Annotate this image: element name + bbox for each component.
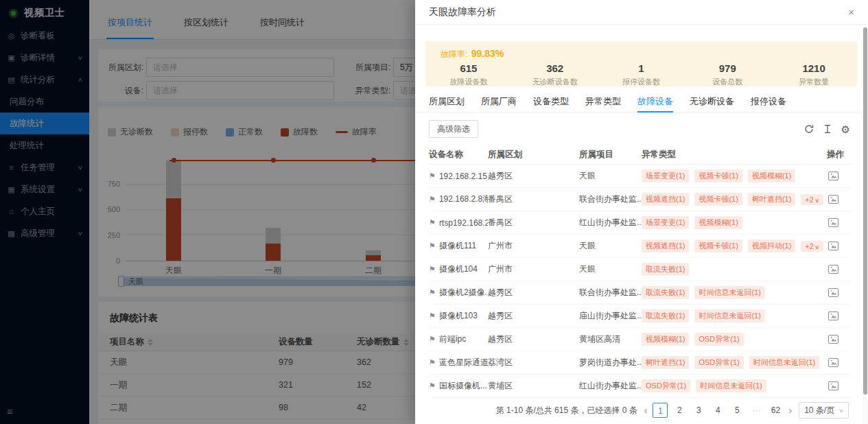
device-name-cell: ⚑摄像机103 [429,310,488,322]
device-name-cell: ⚑摄像机2摄像... [429,287,488,298]
summary-stats: 615故障设备数362无诊断设备数1报停设备数979设备总数1210异常数量 [425,62,857,87]
page-button-1[interactable]: 1 [653,403,668,418]
video-playback-icon[interactable] [828,242,838,250]
flag-icon: ⚑ [429,265,436,274]
device-row: ⚑摄像机2摄像...越秀区联合街办事处监...取流失败(1)时间信息未返回(1) [429,281,852,305]
prev-page-icon[interactable]: ‹ [643,405,649,416]
advanced-filter-button[interactable]: 高级筛选 [429,120,478,138]
device-name: 摄像机2摄像... [439,287,488,298]
page-button-5[interactable]: 5 [729,403,744,418]
device-name: 蓝色星际通道9 [439,357,488,368]
project-cell: 天眼 [579,263,642,275]
video-playback-icon[interactable] [828,195,838,204]
region-cell: 越秀区 [488,333,579,345]
chevron-down-icon: ∨ [814,198,820,204]
stat-label: 设备总数 [684,77,771,87]
page-button-62[interactable]: 62 [768,403,783,418]
scrollbar-thumb[interactable] [863,27,867,394]
stat-label: 无诊断设备数 [512,77,598,87]
error-tag: 场景变更(1) [642,216,689,229]
drawer-tab-4[interactable]: 异常类型 [585,95,621,113]
error-tag: 时间信息未返回(1) [696,379,766,392]
scrollbar[interactable] [863,25,868,424]
error-tag: 视频抖动(1) [748,239,795,252]
region-cell: 越秀区 [488,170,579,182]
device-name: rtsp192.168.2.8 [439,218,488,228]
project-cell: 天眼 [579,170,642,182]
settings-gear-icon[interactable]: ⚙ [841,124,850,134]
device-row: ⚑摄像机104广州市天眼取流失败(1) [429,258,852,281]
stat-item: 979设备总数 [684,62,771,87]
region-cell: 越秀区 [488,310,579,322]
video-playback-icon[interactable] [828,335,838,344]
fault-rate-banner: 故障率: 99.83% 615故障设备数362无诊断设备数1报停设备数979设备… [425,41,857,86]
table-toolbar: 高级筛选 ⚙ [429,119,850,139]
flag-icon: ⚑ [429,195,436,204]
error-tag: 时间信息未返回(1) [749,356,819,369]
device-row: ⚑摄像机111广州市天眼视频遮挡(1)视频卡顿(1)视频抖动(1)+2∨ [429,235,852,258]
close-icon[interactable]: × [848,7,854,17]
column-header: 异常类型 [642,149,827,161]
error-tags-cell: 视频模糊(1)OSD异常(1) [642,333,827,346]
drawer-tab-5[interactable]: 故障设备 [637,95,673,113]
error-tag: 树叶遮挡(1) [748,193,795,206]
video-playback-icon[interactable] [828,381,838,390]
more-errors-tag[interactable]: +2∨ [801,194,823,205]
video-playback-icon[interactable] [828,172,838,180]
device-name: 前端ipc [439,333,466,345]
device-name-cell: ⚑摄像机104 [429,263,488,275]
operation-cell [827,358,852,367]
fault-devices-table: 设备名称所属区划所属项目异常类型操作 ⚑192.168.2.15...越秀区天眼… [429,145,852,398]
drawer-tab-6[interactable]: 无诊断设备 [690,95,734,113]
error-tags-cell: 取流失败(1)时间信息未返回(1) [642,286,827,299]
video-playback-icon[interactable] [828,265,838,274]
device-name-cell: ⚑蓝色星际通道9 [429,357,488,368]
refresh-icon[interactable] [804,124,814,134]
region-cell: 番禺区 [488,193,579,205]
column-header: 所属区划 [488,149,579,161]
device-name: 摄像机111 [439,240,476,252]
region-cell: 广州市 [488,263,579,275]
video-playback-icon[interactable] [828,288,838,297]
device-name: 192.168.2.15... [439,172,488,181]
device-row: ⚑前端ipc越秀区黄埔区高清视频模糊(1)OSD异常(1) [429,328,852,351]
drawer-tab-3[interactable]: 设备类型 [533,95,569,113]
flag-icon: ⚑ [429,381,436,390]
column-header: 操作 [827,149,852,161]
device-name-cell: ⚑前端ipc [429,333,488,345]
operation-cell [827,218,852,227]
video-playback-icon[interactable] [828,218,838,227]
page-button-4[interactable]: 4 [710,403,725,418]
page-size-select[interactable]: 10 条/页 ∨ [799,402,849,419]
drawer-tab-7[interactable]: 报停设备 [751,95,786,113]
page-button-2[interactable]: 2 [672,403,687,418]
error-tags-cell: 取流失败(1) [642,263,827,276]
drawer-tab-1[interactable]: 所属区划 [429,95,465,113]
column-height-icon[interactable] [823,124,832,134]
next-page-icon[interactable]: › [787,405,793,416]
drawer-tab-2[interactable]: 所属厂商 [481,95,517,113]
stat-item: 362无诊断设备数 [512,62,598,87]
device-name: 摄像机103 [439,310,478,322]
error-tag: 取流失败(1) [642,263,689,276]
video-playback-icon[interactable] [828,311,838,320]
stat-label: 故障设备数 [425,77,512,87]
error-tags-cell: OSD异常(1)时间信息未返回(1) [642,379,827,392]
pagination: 第 1-10 条/总共 615 条，已经选择 0 条 ‹12345···62› … [496,402,849,419]
flag-icon: ⚑ [429,242,436,250]
video-playback-icon[interactable] [828,358,838,367]
flag-icon: ⚑ [429,335,436,344]
project-cell: 联合街办事处监... [579,193,642,205]
device-name-cell: ⚑rtsp192.168.2.8 [429,218,488,228]
error-tag: 视频模糊(1) [748,169,795,182]
stat-label: 异常数量 [771,77,857,87]
error-tag: 视频遮挡(1) [642,193,689,206]
error-tag: OSD异常(1) [642,379,690,392]
operation-cell [827,195,852,204]
project-cell: 联合街办事处监... [579,287,642,298]
page-button-3[interactable]: 3 [691,403,706,418]
project-cell: 黄埔区高清 [579,333,642,345]
more-errors-tag[interactable]: +2∨ [801,241,823,252]
device-name-cell: ⚑摄像机111 [429,240,488,252]
project-cell: 庙山街办事处监... [579,310,642,322]
